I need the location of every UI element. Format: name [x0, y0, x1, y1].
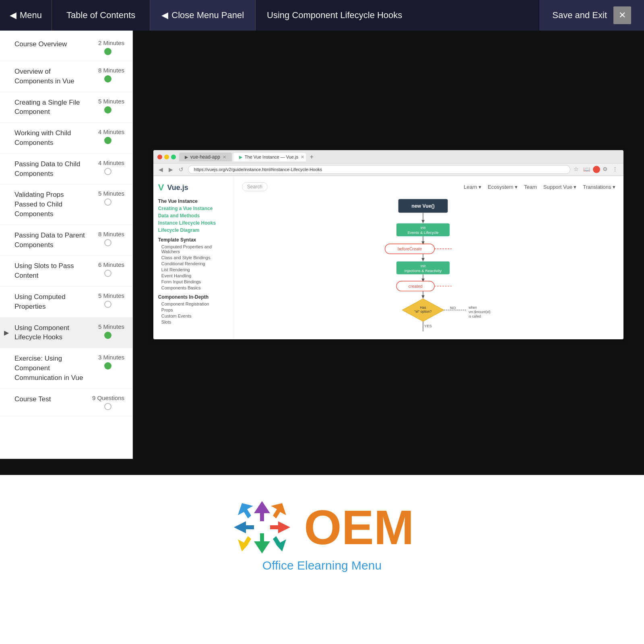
- sidebar-item-creating-single-file[interactable]: Creating a Single File Component5 Minute…: [0, 92, 132, 123]
- svg-text:Init: Init: [421, 225, 426, 230]
- sidebar-item-using-computed[interactable]: Using Computed Properties5 Minutes: [0, 287, 132, 318]
- sidebar-item-label: Course Overview: [14, 39, 88, 49]
- maximize-window-dot[interactable]: [171, 155, 176, 159]
- vuejs-sidebar-link-diagram[interactable]: Lifecycle Diagram: [158, 227, 229, 233]
- sidebar-item-validating-props[interactable]: Validating Props Passed to Child Compone…: [0, 184, 132, 225]
- back-button[interactable]: ◀: [157, 166, 164, 173]
- vuejs-nav-translations[interactable]: Translations ▾: [583, 184, 615, 190]
- svg-text:when: when: [468, 305, 477, 310]
- vuejs-sidebar-item-5[interactable]: Event Handling: [158, 273, 229, 278]
- sidebar-item-course-overview[interactable]: Course Overview2 Minutes: [0, 34, 132, 61]
- menu-dots-icon[interactable]: ⋮: [612, 166, 619, 173]
- sidebar-item-status-dot: [104, 332, 111, 339]
- vuejs-sidebar-item-7[interactable]: Components Basics: [158, 285, 229, 290]
- tab1-label: vue-head-app: [190, 154, 220, 160]
- vuejs-search-input[interactable]: Search: [242, 182, 268, 191]
- vuejs-sidebar-item-8[interactable]: Component Registration: [158, 301, 229, 306]
- svg-text:is called: is called: [469, 314, 481, 318]
- refresh-button[interactable]: ↺: [178, 166, 185, 173]
- vuejs-main-content: Search Learn ▾ Ecosystem ▾ Team Support …: [234, 176, 623, 339]
- vuejs-sidebar-link-lifecycle[interactable]: Instance Lifecycle Hooks: [158, 220, 229, 226]
- sidebar-item-course-test[interactable]: Course Test9 Questions: [0, 389, 132, 416]
- record-icon[interactable]: [593, 166, 600, 173]
- sidebar-item-status-dot: [104, 106, 111, 114]
- add-tab-button[interactable]: +: [308, 153, 316, 161]
- menu-label: Menu: [20, 10, 42, 21]
- sidebar-item-duration: 8 Minutes: [91, 231, 124, 237]
- minimize-window-dot[interactable]: [164, 155, 169, 159]
- tab2-label: The Vue Instance — Vue.js: [245, 155, 298, 159]
- vuejs-nav-learn[interactable]: Learn ▾: [464, 184, 481, 190]
- settings-icon[interactable]: ⚙: [603, 166, 610, 173]
- vuejs-sidebar-item-3[interactable]: Conditional Rendering: [158, 261, 229, 266]
- menu-button[interactable]: ◀ Menu: [0, 0, 52, 31]
- sidebar-item-using-slots[interactable]: Using Slots to Pass Content6 Minutes: [0, 256, 132, 287]
- vuejs-nav-team[interactable]: Team: [524, 184, 537, 190]
- vuejs-sidebar-item-11[interactable]: Slots: [158, 320, 229, 324]
- sidebar-item-status-dot: [104, 270, 111, 277]
- vuejs-sidebar-section-1: The Vue Instance: [158, 198, 229, 204]
- sidebar-item-label: Using Component Lifecycle Hooks: [14, 323, 88, 343]
- flowchart-svg: new Vue() Init Events & Lifecycle: [242, 196, 615, 333]
- vuejs-sidebar-item-6[interactable]: Form Input Bindings: [158, 279, 229, 284]
- oem-arrows-icon: [230, 499, 294, 555]
- svg-marker-41: [234, 521, 254, 533]
- sidebar-item-passing-data-parent[interactable]: Passing Data to Parent Components8 Minut…: [0, 225, 132, 256]
- sidebar-item-using-lifecycle[interactable]: ▶Using Component Lifecycle Hooks5 Minute…: [0, 318, 132, 349]
- vuejs-sidebar-item-4[interactable]: List Rendering: [158, 267, 229, 272]
- tab2-favicon: ▶: [239, 155, 242, 160]
- svg-text:new Vue(): new Vue(): [411, 203, 434, 209]
- browser-tab-2[interactable]: ▶ The Vue Instance — Vue.js ✕: [233, 153, 306, 161]
- bottom-bar: [0, 459, 644, 475]
- vuejs-sidebar-link-2[interactable]: Data and Methods: [158, 213, 229, 219]
- sidebar-item-exercise-communication[interactable]: Exercise: Using Component Communication …: [0, 348, 132, 388]
- vuejs-sidebar-item-2[interactable]: Class and Style Bindings: [158, 255, 229, 260]
- vuejs-sidebar-section-3: Components In-Depth: [158, 294, 229, 300]
- sidebar-item-status-dot: [104, 75, 111, 83]
- vue-v-icon: V: [158, 182, 164, 193]
- triangle-left-icon: ◀: [161, 10, 168, 21]
- save-exit-button[interactable]: Save and Exit ✕: [539, 0, 644, 31]
- sidebar-item-status-dot: [104, 362, 111, 369]
- sidebar-item-duration: 8 Minutes: [91, 67, 124, 74]
- vuejs-logo-text: Vue.js: [167, 184, 188, 192]
- vuejs-logo: V Vue.js: [158, 182, 229, 193]
- close-panel-label: Close Menu Panel: [171, 10, 244, 21]
- sidebar-item-duration: 4 Minutes: [91, 128, 124, 135]
- vuejs-nav-ecosystem[interactable]: Ecosystem ▾: [488, 184, 518, 190]
- close-x-button[interactable]: ✕: [613, 6, 631, 24]
- sidebar-item-working-child[interactable]: Working with Child Components4 Minutes: [0, 123, 132, 154]
- star-icon[interactable]: ☆: [574, 166, 581, 173]
- sidebar-item-duration: 5 Minutes: [91, 292, 124, 299]
- sidebar-item-label: Creating a Single File Component: [14, 98, 88, 117]
- address-bar-input[interactable]: https://vuejs.org/v2/guide/instance.html…: [188, 165, 570, 174]
- vuejs-sidebar-item-1[interactable]: Computed Properties and Watchers: [158, 244, 229, 254]
- svg-text:"el" option?: "el" option?: [414, 310, 431, 314]
- browser-toolbar-actions: ☆ 📖 ⚙ ⋮: [574, 166, 619, 173]
- vuejs-sidebar-link-1[interactable]: Creating a Vue Instance: [158, 206, 229, 211]
- sidebar-item-passing-data-child[interactable]: Passing Data to Child Components4 Minute…: [0, 154, 132, 185]
- read-icon[interactable]: 📖: [583, 166, 590, 173]
- close-window-dot[interactable]: [157, 155, 162, 159]
- close-panel-button[interactable]: ◀ Close Menu Panel: [150, 0, 256, 31]
- svg-text:Injections & Reactivity: Injections & Reactivity: [405, 268, 442, 273]
- tab1-favicon: ▶: [185, 155, 188, 160]
- svg-text:Has: Has: [420, 305, 426, 310]
- sidebar-item-label: Using Slots to Pass Content: [14, 261, 88, 281]
- tab1-close[interactable]: ✕: [223, 155, 226, 160]
- vuejs-sidebar-item-10[interactable]: Custom Events: [158, 314, 229, 318]
- sidebar-item-duration: 6 Minutes: [91, 261, 124, 268]
- svg-marker-23: [421, 295, 425, 299]
- vuejs-sidebar: V Vue.js The Vue Instance Creating a Vue…: [153, 176, 234, 339]
- svg-marker-38: [271, 536, 286, 551]
- tab2-close[interactable]: ✕: [301, 155, 304, 160]
- vuejs-sidebar-item-9[interactable]: Props: [158, 308, 229, 312]
- sidebar-item-duration: 5 Minutes: [91, 98, 124, 105]
- lesson-title: Using Component Lifecycle Hooks: [256, 0, 539, 31]
- vuejs-nav-support[interactable]: Support Vue ▾: [543, 184, 576, 190]
- sidebar-item-status-dot: [104, 403, 111, 410]
- browser-tab-1[interactable]: ▶ vue-head-app ✕: [179, 153, 232, 161]
- sidebar-item-overview-components[interactable]: Overview of Components in Vue8 Minutes: [0, 61, 132, 92]
- save-exit-label: Save and Exit: [552, 10, 607, 21]
- forward-button[interactable]: ▶: [167, 166, 174, 173]
